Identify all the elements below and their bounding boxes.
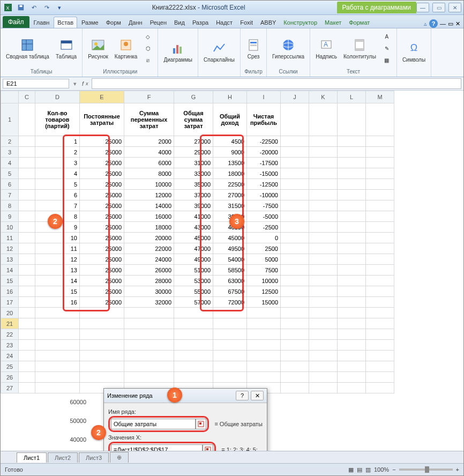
cell-G23[interactable] bbox=[174, 340, 213, 351]
row-header-21[interactable]: 21 bbox=[1, 318, 19, 329]
cell-L9[interactable] bbox=[338, 211, 366, 222]
cell-G17[interactable]: 57000 bbox=[174, 297, 213, 308]
cell-C20[interactable] bbox=[19, 308, 35, 318]
tab-data[interactable]: Данн bbox=[125, 17, 146, 28]
cell-E14[interactable]: 25000 bbox=[80, 265, 124, 276]
header-cell-E[interactable]: Постоянныезатраты bbox=[80, 103, 124, 136]
cell-L26[interactable] bbox=[338, 372, 366, 383]
cell-E8[interactable]: 25000 bbox=[80, 200, 124, 211]
cell-I23[interactable] bbox=[247, 340, 281, 351]
cell-I7[interactable]: -10000 bbox=[247, 190, 281, 200]
tab-pagelayout[interactable]: Разме bbox=[78, 17, 102, 28]
header-cell-M[interactable] bbox=[366, 103, 394, 136]
cell-D23[interactable] bbox=[35, 340, 80, 351]
cell-H5[interactable]: 18000 bbox=[213, 168, 247, 179]
ribbon-minimize-icon[interactable]: ▵ bbox=[424, 20, 427, 27]
cell-G16[interactable]: 55000 bbox=[174, 286, 213, 297]
btn-hyperlink[interactable]: Гиперссылка bbox=[270, 36, 306, 61]
cell-M9[interactable] bbox=[366, 211, 394, 222]
cell-G2[interactable]: 27000 bbox=[174, 136, 213, 147]
cell-D11[interactable]: 10 bbox=[35, 233, 80, 243]
cell-C27[interactable] bbox=[19, 383, 35, 393]
cell-C6[interactable] bbox=[19, 179, 35, 190]
cell-C2[interactable] bbox=[19, 136, 35, 147]
cell-M7[interactable] bbox=[366, 190, 394, 200]
cell-G4[interactable]: 31000 bbox=[174, 158, 213, 168]
cell-C5[interactable] bbox=[19, 168, 35, 179]
cell-M24[interactable] bbox=[366, 351, 394, 361]
header-cell-H[interactable]: Общийдоход bbox=[213, 103, 247, 136]
cell-K14[interactable] bbox=[309, 265, 338, 276]
cell-M22[interactable] bbox=[366, 329, 394, 340]
row-header-13[interactable]: 13 bbox=[1, 254, 19, 265]
btn-clipart[interactable]: Картинка bbox=[113, 36, 140, 61]
btn-table[interactable]: Таблица bbox=[54, 36, 79, 61]
tab-formulas[interactable]: Форм bbox=[103, 17, 124, 28]
row-header-14[interactable]: 14 bbox=[1, 265, 19, 276]
cell-J21[interactable] bbox=[281, 318, 309, 329]
cell-E10[interactable]: 25000 bbox=[80, 222, 124, 233]
cell-M3[interactable] bbox=[366, 147, 394, 158]
cell-F2[interactable]: 2000 bbox=[124, 136, 174, 147]
cell-L14[interactable] bbox=[338, 265, 366, 276]
cell-L23[interactable] bbox=[338, 340, 366, 351]
cell-M10[interactable] bbox=[366, 222, 394, 233]
cell-F21[interactable] bbox=[124, 318, 174, 329]
cell-E15[interactable]: 25000 bbox=[80, 276, 124, 286]
cell-G7[interactable]: 37000 bbox=[174, 190, 213, 200]
cell-K16[interactable] bbox=[309, 286, 338, 297]
cell-J3[interactable] bbox=[281, 147, 309, 158]
cell-M2[interactable] bbox=[366, 136, 394, 147]
btn-shapes[interactable]: ◇ bbox=[141, 32, 154, 42]
cell-E25[interactable] bbox=[80, 361, 124, 372]
cell-L5[interactable] bbox=[338, 168, 366, 179]
cell-D2[interactable]: 1 bbox=[35, 136, 80, 147]
cell-M16[interactable] bbox=[366, 286, 394, 297]
formula-input[interactable] bbox=[92, 78, 461, 89]
cell-F4[interactable]: 6000 bbox=[124, 158, 174, 168]
col-header-J[interactable]: J bbox=[281, 91, 309, 103]
btn-sigline[interactable]: ✎ bbox=[380, 43, 393, 54]
cell-D12[interactable]: 11 bbox=[35, 243, 80, 254]
cell-F8[interactable]: 14000 bbox=[124, 200, 174, 211]
cell-E26[interactable] bbox=[80, 372, 124, 383]
cell-E3[interactable]: 25000 bbox=[80, 147, 124, 158]
cell-H22[interactable] bbox=[213, 329, 247, 340]
cell-M12[interactable] bbox=[366, 243, 394, 254]
btn-picture[interactable]: Рисунок bbox=[86, 36, 110, 61]
row-header-26[interactable]: 26 bbox=[1, 372, 19, 383]
header-cell-G[interactable]: Общаясуммазатрат bbox=[174, 103, 213, 136]
view-layout-icon[interactable]: ▤ bbox=[357, 466, 362, 473]
cell-L13[interactable] bbox=[338, 254, 366, 265]
cell-H17[interactable]: 72000 bbox=[213, 297, 247, 308]
cell-I10[interactable]: -2500 bbox=[247, 222, 281, 233]
cell-D6[interactable]: 5 bbox=[35, 179, 80, 190]
cell-E4[interactable]: 25000 bbox=[80, 158, 124, 168]
cell-G14[interactable]: 51000 bbox=[174, 265, 213, 276]
cell-M26[interactable] bbox=[366, 372, 394, 383]
cell-L24[interactable] bbox=[338, 351, 366, 361]
cell-H15[interactable]: 63000 bbox=[213, 276, 247, 286]
row-header-22[interactable]: 22 bbox=[1, 329, 19, 340]
cell-E2[interactable]: 25000 bbox=[80, 136, 124, 147]
cell-F14[interactable]: 26000 bbox=[124, 265, 174, 276]
cell-G15[interactable]: 53000 bbox=[174, 276, 213, 286]
header-cell-D[interactable]: Кол-вотоваров(партий) bbox=[35, 103, 80, 136]
cell-L16[interactable] bbox=[338, 286, 366, 297]
cell-F11[interactable]: 20000 bbox=[124, 233, 174, 243]
cell-D5[interactable]: 4 bbox=[35, 168, 80, 179]
row-header-15[interactable]: 15 bbox=[1, 276, 19, 286]
row-header-23[interactable]: 23 bbox=[1, 340, 19, 351]
cell-K26[interactable] bbox=[309, 372, 338, 383]
cell-K2[interactable] bbox=[309, 136, 338, 147]
cell-I6[interactable]: -12500 bbox=[247, 179, 281, 190]
cell-K23[interactable] bbox=[309, 340, 338, 351]
cell-G6[interactable]: 35000 bbox=[174, 179, 213, 190]
cell-E23[interactable] bbox=[80, 340, 124, 351]
cell-M20[interactable] bbox=[366, 308, 394, 318]
row-header-4[interactable]: 4 bbox=[1, 158, 19, 168]
row-header-10[interactable]: 10 bbox=[1, 222, 19, 233]
header-cell-K[interactable] bbox=[309, 103, 338, 136]
btn-symbols[interactable]: ΩСимволы bbox=[400, 40, 428, 64]
row-header-1[interactable]: 1 bbox=[1, 103, 19, 136]
